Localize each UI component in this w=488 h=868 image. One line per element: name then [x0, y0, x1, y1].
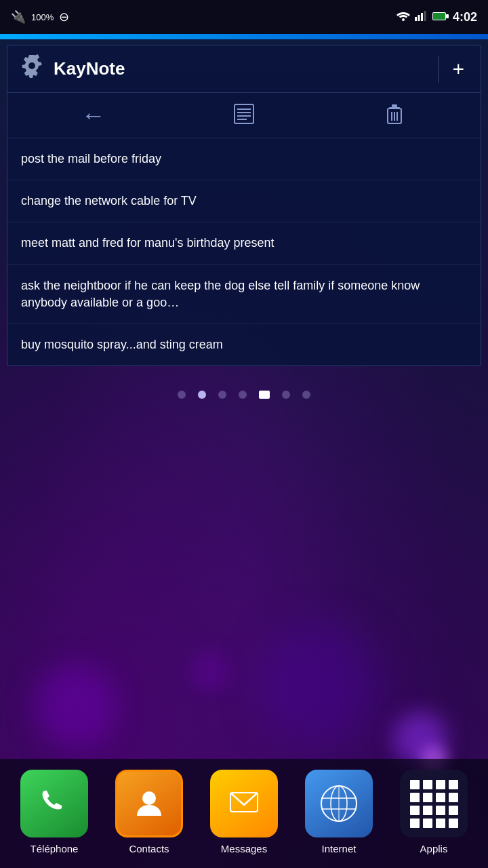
- page-dot-3[interactable]: [218, 391, 226, 399]
- note-item[interactable]: meet matt and fred for manu's birthday p…: [7, 222, 481, 264]
- page-dot-5[interactable]: [259, 391, 270, 399]
- notes-list: post the mail before friday change the n…: [7, 138, 481, 366]
- page-dot-1[interactable]: [178, 391, 186, 399]
- dock-item-messages[interactable]: Messages: [210, 770, 278, 854]
- header-divider: [438, 56, 439, 83]
- add-note-button[interactable]: +: [447, 55, 470, 83]
- signal-icon: [415, 10, 428, 24]
- applis-icon: [400, 770, 468, 837]
- widget-header-left: KayNote: [18, 54, 430, 84]
- back-button[interactable]: ←: [81, 101, 106, 130]
- contacts-icon: [115, 770, 183, 837]
- internet-icon: [305, 770, 373, 837]
- status-left: 🔌 100% ⊖: [11, 9, 69, 24]
- svg-point-0: [402, 18, 405, 21]
- bokeh-1: [34, 665, 115, 746]
- delete-button[interactable]: [382, 102, 407, 129]
- page-dot-7[interactable]: [302, 391, 310, 399]
- battery-icon: [432, 10, 449, 24]
- bokeh-4: [190, 651, 230, 692]
- dock-item-phone[interactable]: Téléphone: [20, 770, 88, 854]
- note-text: buy mosquito spray...and sting cream: [21, 338, 223, 351]
- applis-label: Applis: [420, 843, 448, 854]
- svg-rect-2: [418, 15, 420, 21]
- page-dot-2[interactable]: [198, 391, 206, 399]
- page-dot-4[interactable]: [239, 391, 247, 399]
- kaynote-widget: KayNote + ←: [7, 45, 481, 366]
- messages-icon: [210, 770, 278, 837]
- phone-label: Téléphone: [30, 843, 79, 854]
- dock-item-contacts[interactable]: Contacts: [115, 770, 183, 854]
- dock-item-internet[interactable]: Internet: [305, 770, 373, 854]
- accent-bar: [0, 34, 488, 39]
- do-not-disturb-icon: ⊖: [59, 9, 69, 24]
- widget-title: KayNote: [54, 58, 125, 79]
- note-text: change the network cable for TV: [21, 194, 197, 208]
- notes-list-icon[interactable]: [232, 102, 256, 129]
- wifi-icon: [396, 10, 411, 24]
- dock-item-applis[interactable]: Applis: [400, 770, 468, 854]
- internet-label: Internet: [322, 843, 357, 854]
- svg-rect-4: [424, 11, 426, 21]
- status-time: 4:02: [453, 10, 477, 24]
- svg-rect-8: [235, 104, 253, 123]
- applis-grid: [402, 772, 466, 836]
- gear-icon[interactable]: [18, 54, 45, 84]
- note-item[interactable]: ask the neightboor if he can keep the do…: [7, 265, 481, 324]
- note-item[interactable]: buy mosquito spray...and sting cream: [7, 324, 481, 366]
- svg-rect-14: [392, 104, 397, 107]
- svg-point-19: [142, 791, 156, 805]
- status-bar: 🔌 100% ⊖ 4:02: [0, 0, 488, 34]
- phone-icon: [20, 770, 88, 837]
- widget-toolbar: ←: [7, 93, 481, 138]
- svg-rect-6: [433, 13, 445, 20]
- bokeh-2: [258, 624, 380, 746]
- note-text: post the mail before friday: [21, 152, 161, 165]
- svg-rect-1: [415, 17, 417, 21]
- svg-rect-7: [446, 14, 449, 18]
- note-item[interactable]: post the mail before friday: [7, 138, 481, 180]
- contacts-label: Contacts: [129, 843, 169, 854]
- note-text: ask the neightboor if he can keep the do…: [21, 279, 420, 309]
- usb-icon: 🔌: [11, 9, 26, 24]
- page-dot-6[interactable]: [282, 391, 290, 399]
- note-text: meet matt and fred for manu's birthday p…: [21, 236, 274, 250]
- status-right: 4:02: [396, 10, 477, 24]
- page-dots: [0, 372, 488, 412]
- battery-percent: 100%: [31, 12, 54, 22]
- messages-label: Messages: [221, 843, 267, 854]
- bottom-dock: Téléphone Contacts Messages: [0, 759, 488, 868]
- note-item[interactable]: change the network cable for TV: [7, 180, 481, 222]
- widget-header: KayNote +: [7, 45, 481, 93]
- svg-rect-3: [421, 13, 423, 21]
